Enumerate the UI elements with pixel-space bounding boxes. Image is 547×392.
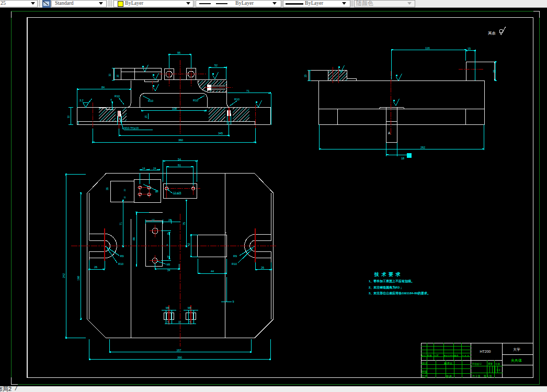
svg-text:重量: 重量: [488, 362, 493, 365]
svg-text:262: 262: [420, 146, 425, 149]
svg-text:8: 8: [167, 256, 169, 258]
svg-text:批准: 批准: [446, 375, 452, 378]
svg-text:360: 360: [178, 139, 183, 142]
svg-text:75: 75: [183, 222, 186, 225]
svg-text:16: 16: [117, 74, 119, 77]
svg-text:116: 116: [425, 47, 430, 50]
svg-text:HT200: HT200: [480, 350, 491, 353]
svg-text:345: 345: [218, 132, 223, 135]
svg-text:R10: R10: [193, 99, 198, 102]
svg-text:198: 198: [77, 276, 80, 281]
svg-text:18: 18: [401, 157, 404, 160]
svg-text:15: 15: [145, 115, 147, 118]
svg-text:54: 54: [178, 158, 181, 161]
svg-text:15: 15: [304, 74, 307, 77]
svg-text:14: 14: [142, 167, 145, 170]
svg-text:71: 71: [246, 89, 249, 93]
svg-text:71: 71: [119, 222, 122, 225]
svg-text:52: 52: [214, 64, 218, 67]
svg-text:分区: 分区: [434, 354, 439, 357]
svg-text:大学: 大学: [513, 348, 520, 351]
svg-text:167: 167: [177, 349, 181, 352]
svg-text:22: 22: [123, 189, 126, 191]
svg-text:108: 108: [172, 107, 177, 110]
svg-text:M8: M8: [167, 263, 170, 266]
svg-text:其余: 其余: [488, 31, 496, 36]
svg-text:26: 26: [261, 266, 264, 269]
svg-text:4: 4: [110, 98, 112, 101]
svg-text:第 1 张: 第 1 张: [484, 374, 492, 378]
svg-text:95: 95: [177, 51, 180, 54]
svg-text:设计: 设计: [421, 362, 428, 365]
svg-text:12-φ25: 12-φ25: [173, 192, 181, 194]
svg-text:φ8: φ8: [155, 190, 158, 193]
svg-text:15: 15: [468, 47, 471, 50]
svg-text:28: 28: [168, 219, 172, 222]
svg-text:1、零件加工表面上不应有划痕。: 1、零件加工表面上不应有划痕。: [369, 279, 414, 283]
svg-text:3.2: 3.2: [79, 99, 84, 102]
svg-text:8: 8: [167, 233, 169, 235]
svg-text:M8: M8: [166, 307, 169, 309]
svg-text:R9: R9: [233, 255, 237, 258]
svg-text:比例: 比例: [495, 363, 500, 366]
svg-text:86: 86: [132, 237, 135, 240]
svg-text:17: 17: [152, 219, 155, 222]
svg-text:26: 26: [94, 266, 97, 269]
svg-text:30: 30: [109, 73, 111, 76]
svg-text:4: 4: [167, 244, 168, 247]
svg-text:R10: R10: [118, 262, 123, 266]
svg-text:42: 42: [187, 243, 190, 246]
svg-text:2-M10-7H深19: 2-M10-7H深19: [122, 127, 139, 130]
svg-text:390: 390: [177, 356, 182, 359]
svg-text:30: 30: [493, 70, 496, 73]
svg-text:M8: M8: [188, 307, 191, 309]
svg-text:阶段标记: 阶段标记: [472, 362, 482, 366]
svg-text:夹具体: 夹具体: [511, 359, 522, 363]
svg-text:30: 30: [67, 115, 70, 118]
svg-text:R10: R10: [148, 99, 153, 102]
svg-text:R10: R10: [232, 262, 237, 266]
svg-text:A: A: [388, 131, 391, 135]
svg-text:R9: R9: [120, 255, 124, 258]
svg-text:34: 34: [167, 269, 170, 272]
svg-text:标记: 标记: [421, 354, 427, 358]
svg-text:9: 9: [233, 300, 234, 303]
svg-text:84: 84: [101, 86, 105, 89]
svg-text:3、未注形位公差应符合GB1184-80的要求。: 3、未注形位公差应符合GB1184-80的要求。: [369, 291, 430, 295]
svg-text:35: 35: [106, 187, 109, 190]
svg-text:R10: R10: [234, 98, 240, 101]
svg-text:24: 24: [153, 167, 156, 170]
svg-text:1:2: 1:2: [497, 368, 500, 372]
svg-text:242: 242: [62, 273, 65, 278]
svg-text:技术要求: 技术要求: [374, 272, 403, 277]
svg-text:12: 12: [123, 196, 126, 199]
svg-text:更改文件号: 更改文件号: [444, 354, 454, 357]
svg-text:61: 61: [178, 164, 181, 167]
svg-text:工艺: 工艺: [421, 375, 428, 378]
svg-text:10: 10: [178, 321, 181, 324]
svg-text:44: 44: [211, 270, 214, 273]
svg-text:2、未注铸造圆角为R3；: 2、未注铸造圆角为R3；: [369, 285, 403, 290]
svg-text:R10: R10: [115, 95, 120, 98]
svg-text:标准化: 标准化: [443, 362, 453, 365]
svg-text:处数: 处数: [427, 354, 432, 357]
svg-text:年.月.日: 年.月.日: [462, 354, 469, 357]
svg-text:签名: 签名: [454, 354, 459, 357]
svg-text:审核: 审核: [421, 370, 428, 373]
svg-text:共 1 张: 共 1 张: [472, 374, 481, 378]
